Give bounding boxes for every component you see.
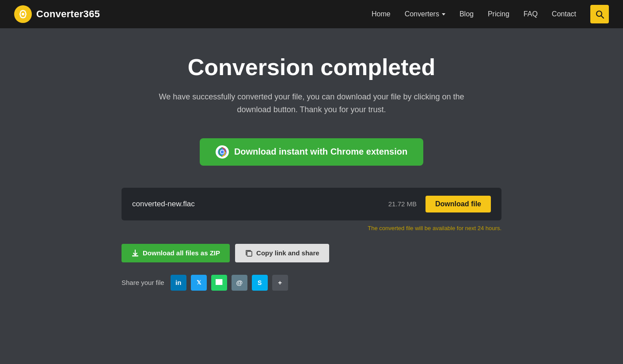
nav-contact[interactable]: Contact [552,10,576,18]
main-content: Conversion completed We have successfull… [113,28,510,317]
header: Converter365 Home Converters Blog Pricin… [0,0,623,28]
nav-blog[interactable]: Blog [460,10,474,18]
svg-rect-8 [247,251,252,256]
share-more-icon[interactable]: + [272,275,288,291]
nav-faq[interactable]: FAQ [524,10,538,18]
share-email-icon[interactable]: @ [232,275,247,291]
conversion-title: Conversion completed [122,55,501,80]
download-file-button[interactable]: Download file [425,196,491,212]
svg-rect-7 [132,255,138,257]
share-skype-icon[interactable]: S [252,275,268,291]
nav-pricing[interactable]: Pricing [488,10,509,18]
conversion-subtitle: We have successfully converted your file… [157,91,466,116]
chevron-down-icon [442,13,445,15]
zip-btn-label: Download all files as ZIP [143,249,220,257]
share-linkedin-icon[interactable]: in [171,275,186,291]
share-row: Share your file in 𝕏 ⯀ @ S + [122,275,501,291]
chrome-btn-label: Download instant with Chrome extension [234,147,407,157]
svg-point-1 [22,13,24,15]
download-icon [131,249,139,257]
action-buttons: Download all files as ZIP Copy link and … [122,244,501,262]
zip-download-button[interactable]: Download all files as ZIP [122,244,230,262]
svg-point-6 [220,150,224,153]
share-label: Share your file [122,279,164,286]
file-size: 21.72 MB [388,200,417,208]
search-button[interactable] [590,5,609,23]
svg-line-3 [601,16,604,18]
nav-home[interactable]: Home [372,10,391,18]
logo-text: Converter365 [36,8,100,20]
svg-point-2 [596,11,602,16]
file-row: converted-new.flac 21.72 MB Download fil… [122,188,501,220]
logo[interactable]: Converter365 [14,5,100,23]
copy-icon [245,249,253,257]
copy-btn-label: Copy link and share [256,249,319,257]
copy-link-button[interactable]: Copy link and share [235,244,329,262]
main-nav: Home Converters Blog Pricing FAQ Contact [372,5,609,23]
chrome-icon [216,145,229,159]
nav-converters[interactable]: Converters [405,10,445,18]
share-twitter-icon[interactable]: 𝕏 [191,275,207,291]
share-whatsapp-icon[interactable]: ⯀ [211,275,227,291]
expiry-notice: The converted file will be available for… [122,225,501,231]
file-right: 21.72 MB Download file [388,196,491,212]
chrome-extension-button[interactable]: Download instant with Chrome extension [200,138,423,166]
logo-icon [14,5,32,23]
file-name: converted-new.flac [132,200,195,209]
search-icon [595,10,604,19]
